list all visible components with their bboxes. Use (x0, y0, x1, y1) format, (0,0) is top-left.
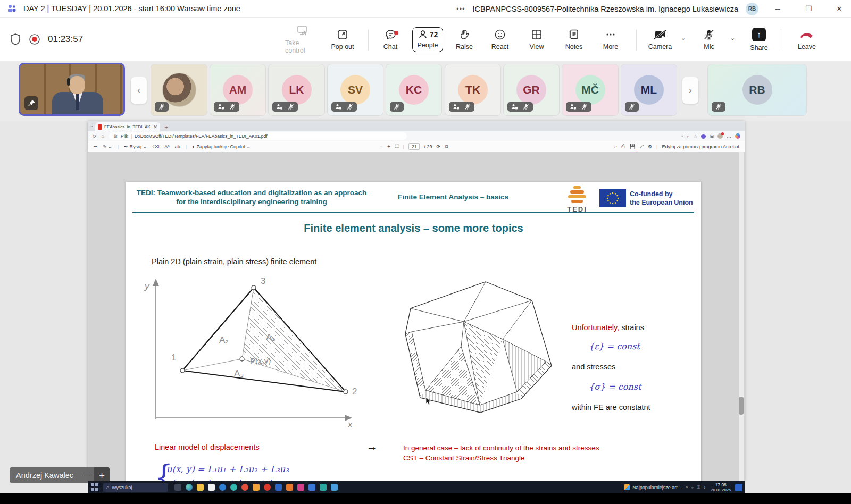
camera-options-chevron-icon[interactable]: ⌄ (681, 35, 686, 41)
notepad-icon[interactable] (208, 484, 215, 491)
app-icon[interactable] (308, 484, 315, 491)
highlight-icon[interactable]: ab (175, 144, 180, 149)
participant-tile[interactable]: SV (327, 64, 383, 116)
teams-taskbar-icon[interactable] (331, 484, 338, 491)
refresh-icon[interactable]: ⟳ (93, 133, 97, 139)
eu-cofunded-line2: the European Union (630, 199, 693, 206)
copilot-browser-icon[interactable] (735, 133, 740, 139)
mic-options-chevron-icon[interactable]: ⌄ (730, 35, 735, 41)
leave-button[interactable]: Leave (790, 18, 823, 61)
participant-tile[interactable]: MČ (562, 64, 619, 116)
page-number-input[interactable]: 21 (408, 143, 420, 150)
app-icon[interactable] (253, 484, 260, 491)
search-icon[interactable]: ⌕ (614, 144, 617, 149)
app-icon[interactable] (320, 484, 327, 491)
participant-tile[interactable]: RB (707, 64, 807, 116)
save-icon[interactable]: 💾 (630, 144, 636, 149)
chat-button[interactable]: Chat (377, 18, 404, 61)
mic-off-icon (229, 104, 236, 110)
tab-search-chevron-icon[interactable]: ⌄ (90, 123, 94, 128)
raise-hand-button[interactable]: Raise (449, 18, 479, 61)
pinned-video-tile[interactable] (19, 63, 125, 116)
collections-icon[interactable]: ⊞ (710, 133, 714, 139)
rotate-icon[interactable]: ⟳ (436, 144, 440, 149)
toc-icon[interactable]: ☰ (93, 144, 97, 149)
print-icon[interactable]: ⎙ (621, 144, 625, 149)
draw-tool[interactable]: ✒ Rysuj ⌄ (124, 144, 147, 149)
powerpoint-icon[interactable] (286, 484, 293, 491)
zoom-icon[interactable]: ⌕ (687, 133, 689, 139)
within-fe-text: within FE are constatnt (572, 403, 650, 411)
more-button[interactable]: More (597, 18, 624, 61)
view-button[interactable]: View (523, 18, 550, 61)
eraser-icon[interactable]: ⌫ (153, 144, 160, 149)
zoom-out-icon[interactable]: − (379, 144, 382, 149)
zoom-out-overlay-icon[interactable]: — (80, 471, 94, 480)
mic-button[interactable]: Mic (694, 18, 724, 61)
file-explorer-icon[interactable] (197, 484, 204, 491)
home-icon[interactable]: ⌂ (102, 133, 104, 139)
svg-text:x: x (347, 419, 353, 430)
edit-in-acrobat-button[interactable]: Edytuj za pomocą programu Acrobat (662, 144, 739, 149)
expand-icon[interactable]: ⤢ (640, 144, 644, 149)
page-view-icon[interactable]: ⧉ (445, 144, 448, 149)
minimize-button[interactable]: ─ (766, 0, 789, 18)
task-view-icon[interactable] (174, 484, 181, 491)
people-button[interactable]: 72 People (410, 18, 446, 61)
app-icon[interactable] (230, 484, 237, 491)
start-button[interactable] (91, 483, 99, 491)
read-aloud-icon[interactable]: ◔ (680, 133, 683, 139)
app-icon[interactable] (219, 484, 226, 491)
participant-tile[interactable]: TK (445, 64, 501, 116)
participant-tile[interactable]: LK (268, 64, 325, 116)
edge-icon[interactable] (186, 484, 193, 491)
restore-button[interactable]: ❐ (797, 0, 820, 18)
app-icon[interactable] (241, 484, 248, 491)
take-control-button[interactable]: Take control (285, 18, 320, 61)
svg-text:P(x,y): P(x,y) (250, 356, 271, 365)
copilot-ask-button[interactable]: ◐ Zapytaj funkcje Copilot ⌄ (192, 144, 251, 149)
camera-button[interactable]: Camera (644, 18, 677, 61)
participant-tile-photo[interactable] (151, 64, 207, 116)
user-avatar[interactable]: RB (746, 3, 758, 15)
pdf-scrollbar[interactable] (739, 152, 744, 481)
news-widget[interactable]: Najpopularniejsze art... (624, 484, 681, 490)
pen-tool-icon[interactable]: ✎ ⌄ (103, 144, 112, 149)
favorites-icon[interactable]: ☆ (693, 133, 697, 139)
tray-icons[interactable]: ^ ⌔ ◫ ♪ (686, 485, 706, 490)
new-tab-button[interactable]: ＋ (163, 123, 169, 131)
participant-tile[interactable]: ML (621, 64, 677, 116)
tab-close-icon[interactable]: ✕ (153, 124, 157, 130)
notes-button[interactable]: Notes (560, 18, 588, 61)
scroll-right-button[interactable]: › (682, 77, 698, 104)
app-icon[interactable] (297, 484, 304, 491)
settings-gear-icon[interactable]: ⚙ (648, 144, 652, 149)
taskbar-search[interactable]: ⌕ Wyszukaj (103, 483, 168, 492)
participant-photo-avatar (162, 73, 196, 107)
scroll-left-button[interactable]: ‹ (131, 77, 147, 104)
share-button[interactable]: ↑ Share (744, 18, 774, 61)
browser-tab[interactable]: FEAbasics_in_TEDI_AK01.pdf ✕ (95, 122, 160, 131)
extension-icon[interactable] (701, 134, 706, 139)
react-button[interactable]: React (485, 18, 515, 61)
taskbar-clock[interactable]: 17:08 20.01.2026 (711, 482, 731, 493)
close-button[interactable]: ✕ (828, 0, 851, 18)
titlebar-more-icon[interactable]: ••• (456, 5, 465, 13)
text-size-icon[interactable]: Aᵃ (164, 144, 169, 149)
browser-profile-icon[interactable] (717, 133, 723, 139)
browser-more-icon[interactable]: … (727, 133, 731, 139)
pdf-scrollbar-thumb[interactable] (739, 397, 744, 415)
fit-page-icon[interactable]: ⛶ (395, 144, 398, 149)
participant-tile[interactable]: AM (210, 64, 266, 116)
participant-tile[interactable]: KC (386, 64, 442, 116)
pop-out-button[interactable]: Pop out (327, 18, 358, 61)
zoom-in-overlay-icon[interactable]: ＋ (94, 467, 110, 483)
slide-page: TEDI: Teamwork-based education and digit… (126, 182, 701, 504)
word-icon[interactable] (275, 484, 282, 491)
app-icon[interactable] (264, 484, 271, 491)
participant-tile[interactable]: GR (503, 64, 560, 116)
notification-center-icon[interactable] (735, 484, 742, 491)
clock-date: 20.01.2026 (711, 488, 731, 493)
zoom-in-icon[interactable]: ＋ (386, 143, 391, 150)
url-box[interactable]: 🗎 Plik | D:/DocMSOff/TEDI/Templates/FEA/… (109, 132, 407, 140)
